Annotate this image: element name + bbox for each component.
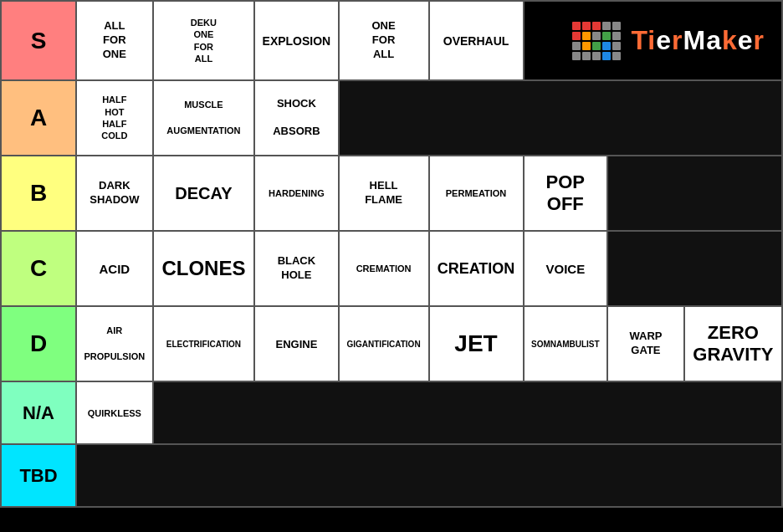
cell-shock-absorb: SHOCKABSORB — [254, 80, 338, 156]
cell-one-for-all: ONEFORALL — [339, 1, 429, 80]
tier-label-d: D — [1, 306, 76, 381]
cell-engine: ENGINE — [254, 306, 338, 381]
cell-jet: JET — [429, 306, 524, 381]
tier-label-s: S — [1, 1, 76, 80]
cell-cremation: CREMATION — [339, 231, 429, 306]
tier-label-b: B — [1, 156, 76, 231]
cell-voice: VOICE — [524, 231, 608, 306]
tier-label-tbd: TBD — [1, 444, 76, 507]
cell-all-for-one: ALLFORONE — [76, 1, 153, 80]
logo-grid — [572, 22, 621, 60]
cell-clones: CLONES — [153, 231, 254, 306]
cell-hardening: HARDENING — [254, 156, 338, 231]
logo-cell: TierMaker — [524, 1, 782, 80]
cell-zero-gravity: ZEROGRAVITY — [684, 306, 782, 381]
tier-label-na: N/A — [1, 381, 76, 444]
cell-air-propulsion: AIRPROPULSION — [76, 306, 153, 381]
tier-row-s: S ALLFORONE DEKUONEFORALL EXPLOSION ONEF… — [1, 1, 782, 80]
cell-decay: DECAY — [153, 156, 254, 231]
cell-explosion: EXPLOSION — [254, 1, 338, 80]
cell-black-hole: BLACKHOLE — [254, 231, 338, 306]
cell-deku-one-for-all: DEKUONEFORALL — [153, 1, 254, 80]
cell-permeation: PERMEATION — [429, 156, 524, 231]
cell-gigantification: GIGANTIFICATION — [339, 306, 429, 381]
cell-overhaul: OVERHAUL — [429, 1, 524, 80]
cell-empty-a — [339, 80, 782, 156]
tier-label-c: C — [1, 231, 76, 306]
cell-half-hot-half-cold: HALFHOTHALFCOLD — [76, 80, 153, 156]
logo-text: TierMaker — [631, 25, 765, 56]
cell-hell-flame: HELLFLAME — [339, 156, 429, 231]
cell-acid: ACID — [76, 231, 153, 306]
cell-creation: CREATION — [429, 231, 524, 306]
cell-empty-na — [153, 381, 782, 444]
cell-quirkless: QUIRKLESS — [76, 381, 153, 444]
cell-empty-tbd — [76, 444, 782, 507]
tier-row-b: B DARKSHADOW DECAY HARDENING HELLFLAME P… — [1, 156, 782, 231]
tier-row-na: N/A QUIRKLESS — [1, 381, 782, 444]
tier-row-tbd: TBD — [1, 444, 782, 507]
cell-empty-b — [607, 156, 782, 231]
cell-dark-shadow: DARKSHADOW — [76, 156, 153, 231]
cell-warp-gate: WARPGATE — [607, 306, 684, 381]
cell-muscle-augmentation: MUSCLEAUGMENTATION — [153, 80, 254, 156]
cell-electrification: ELECTRIFICATION — [153, 306, 254, 381]
tier-row-d: D AIRPROPULSION ELECTRIFICATION ENGINE G… — [1, 306, 782, 381]
cell-somnambulist: SOMNAMBULIST — [524, 306, 608, 381]
tier-row-c: C ACID CLONES BLACKHOLE CREMATION CREATI… — [1, 231, 782, 306]
tier-row-a: A HALFHOTHALFCOLD MUSCLEAUGMENTATION SHO… — [1, 80, 782, 156]
logo-container: TierMaker — [525, 22, 765, 60]
cell-empty-c — [607, 231, 782, 306]
tier-table: S ALLFORONE DEKUONEFORALL EXPLOSION ONEF… — [0, 0, 783, 508]
tier-label-a: A — [1, 80, 76, 156]
cell-pop-off: POPOFF — [524, 156, 608, 231]
